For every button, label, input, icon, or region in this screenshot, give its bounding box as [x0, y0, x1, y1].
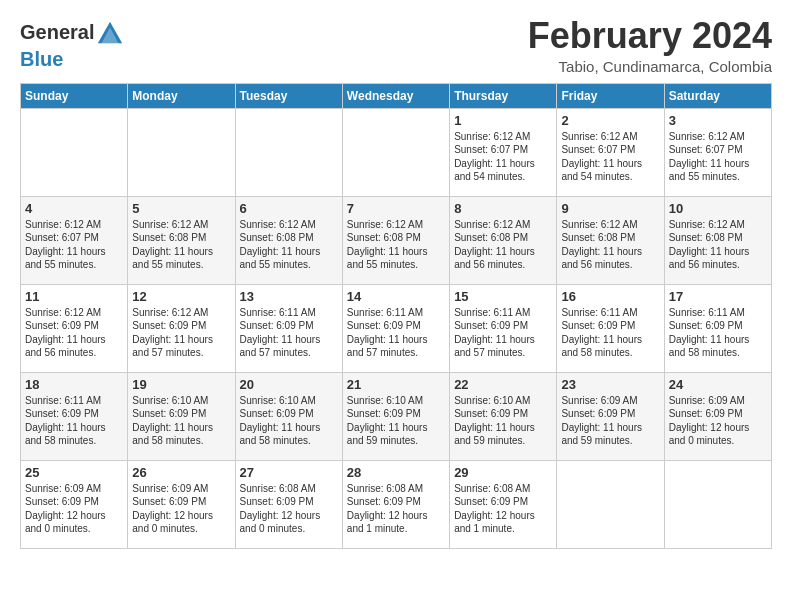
table-row: 23Sunrise: 6:09 AMSunset: 6:09 PMDayligh… [557, 372, 664, 460]
table-row: 10Sunrise: 6:12 AMSunset: 6:08 PMDayligh… [664, 196, 771, 284]
table-row [235, 108, 342, 196]
table-row: 20Sunrise: 6:10 AMSunset: 6:09 PMDayligh… [235, 372, 342, 460]
table-row: 24Sunrise: 6:09 AMSunset: 6:09 PMDayligh… [664, 372, 771, 460]
cell-day-number: 13 [240, 289, 338, 304]
cell-info: Sunrise: 6:12 AMSunset: 6:08 PMDaylight:… [347, 218, 445, 272]
table-row: 4Sunrise: 6:12 AMSunset: 6:07 PMDaylight… [21, 196, 128, 284]
week-row-4: 25Sunrise: 6:09 AMSunset: 6:09 PMDayligh… [21, 460, 772, 548]
cell-info: Sunrise: 6:10 AMSunset: 6:09 PMDaylight:… [347, 394, 445, 448]
table-row: 15Sunrise: 6:11 AMSunset: 6:09 PMDayligh… [450, 284, 557, 372]
cell-info: Sunrise: 6:10 AMSunset: 6:09 PMDaylight:… [132, 394, 230, 448]
table-row: 28Sunrise: 6:08 AMSunset: 6:09 PMDayligh… [342, 460, 449, 548]
cell-day-number: 14 [347, 289, 445, 304]
cell-info: Sunrise: 6:08 AMSunset: 6:09 PMDaylight:… [454, 482, 552, 536]
col-thursday: Thursday [450, 83, 557, 108]
cell-day-number: 11 [25, 289, 123, 304]
cell-day-number: 23 [561, 377, 659, 392]
logo: General Blue [20, 20, 124, 70]
cell-info: Sunrise: 6:12 AMSunset: 6:07 PMDaylight:… [561, 130, 659, 184]
cell-day-number: 29 [454, 465, 552, 480]
cell-info: Sunrise: 6:11 AMSunset: 6:09 PMDaylight:… [240, 306, 338, 360]
cell-day-number: 5 [132, 201, 230, 216]
table-row: 11Sunrise: 6:12 AMSunset: 6:09 PMDayligh… [21, 284, 128, 372]
table-row [664, 460, 771, 548]
cell-day-number: 20 [240, 377, 338, 392]
cell-day-number: 10 [669, 201, 767, 216]
col-friday: Friday [557, 83, 664, 108]
cell-info: Sunrise: 6:12 AMSunset: 6:08 PMDaylight:… [240, 218, 338, 272]
cell-info: Sunrise: 6:12 AMSunset: 6:08 PMDaylight:… [454, 218, 552, 272]
week-row-1: 4Sunrise: 6:12 AMSunset: 6:07 PMDaylight… [21, 196, 772, 284]
week-row-0: 1Sunrise: 6:12 AMSunset: 6:07 PMDaylight… [21, 108, 772, 196]
table-row: 14Sunrise: 6:11 AMSunset: 6:09 PMDayligh… [342, 284, 449, 372]
cell-day-number: 9 [561, 201, 659, 216]
table-row: 17Sunrise: 6:11 AMSunset: 6:09 PMDayligh… [664, 284, 771, 372]
table-row: 21Sunrise: 6:10 AMSunset: 6:09 PMDayligh… [342, 372, 449, 460]
header: General Blue February 2024 Tabio, Cundin… [20, 16, 772, 75]
cell-info: Sunrise: 6:10 AMSunset: 6:09 PMDaylight:… [454, 394, 552, 448]
table-row: 22Sunrise: 6:10 AMSunset: 6:09 PMDayligh… [450, 372, 557, 460]
header-row: Sunday Monday Tuesday Wednesday Thursday… [21, 83, 772, 108]
table-row [21, 108, 128, 196]
cell-info: Sunrise: 6:12 AMSunset: 6:08 PMDaylight:… [561, 218, 659, 272]
cell-info: Sunrise: 6:11 AMSunset: 6:09 PMDaylight:… [561, 306, 659, 360]
cell-day-number: 18 [25, 377, 123, 392]
cell-info: Sunrise: 6:09 AMSunset: 6:09 PMDaylight:… [561, 394, 659, 448]
table-row: 7Sunrise: 6:12 AMSunset: 6:08 PMDaylight… [342, 196, 449, 284]
table-row: 1Sunrise: 6:12 AMSunset: 6:07 PMDaylight… [450, 108, 557, 196]
cell-info: Sunrise: 6:12 AMSunset: 6:09 PMDaylight:… [25, 306, 123, 360]
table-row: 13Sunrise: 6:11 AMSunset: 6:09 PMDayligh… [235, 284, 342, 372]
cell-info: Sunrise: 6:12 AMSunset: 6:09 PMDaylight:… [132, 306, 230, 360]
cell-info: Sunrise: 6:09 AMSunset: 6:09 PMDaylight:… [132, 482, 230, 536]
table-row [128, 108, 235, 196]
table-row: 19Sunrise: 6:10 AMSunset: 6:09 PMDayligh… [128, 372, 235, 460]
cell-day-number: 24 [669, 377, 767, 392]
table-row: 2Sunrise: 6:12 AMSunset: 6:07 PMDaylight… [557, 108, 664, 196]
table-row: 5Sunrise: 6:12 AMSunset: 6:08 PMDaylight… [128, 196, 235, 284]
cell-info: Sunrise: 6:10 AMSunset: 6:09 PMDaylight:… [240, 394, 338, 448]
table-row: 6Sunrise: 6:12 AMSunset: 6:08 PMDaylight… [235, 196, 342, 284]
cell-day-number: 2 [561, 113, 659, 128]
location: Tabio, Cundinamarca, Colombia [528, 58, 772, 75]
cell-day-number: 22 [454, 377, 552, 392]
table-row: 16Sunrise: 6:11 AMSunset: 6:09 PMDayligh… [557, 284, 664, 372]
cell-info: Sunrise: 6:12 AMSunset: 6:08 PMDaylight:… [669, 218, 767, 272]
cell-info: Sunrise: 6:12 AMSunset: 6:07 PMDaylight:… [669, 130, 767, 184]
cell-day-number: 15 [454, 289, 552, 304]
logo-general: General [20, 21, 94, 43]
table-row: 27Sunrise: 6:08 AMSunset: 6:09 PMDayligh… [235, 460, 342, 548]
month-title: February 2024 [528, 16, 772, 56]
cell-day-number: 27 [240, 465, 338, 480]
cell-day-number: 17 [669, 289, 767, 304]
table-row [557, 460, 664, 548]
cell-info: Sunrise: 6:11 AMSunset: 6:09 PMDaylight:… [25, 394, 123, 448]
cell-info: Sunrise: 6:12 AMSunset: 6:07 PMDaylight:… [454, 130, 552, 184]
cell-day-number: 7 [347, 201, 445, 216]
cell-info: Sunrise: 6:12 AMSunset: 6:07 PMDaylight:… [25, 218, 123, 272]
cell-info: Sunrise: 6:12 AMSunset: 6:08 PMDaylight:… [132, 218, 230, 272]
cell-info: Sunrise: 6:11 AMSunset: 6:09 PMDaylight:… [347, 306, 445, 360]
cell-info: Sunrise: 6:11 AMSunset: 6:09 PMDaylight:… [454, 306, 552, 360]
cell-day-number: 12 [132, 289, 230, 304]
week-row-3: 18Sunrise: 6:11 AMSunset: 6:09 PMDayligh… [21, 372, 772, 460]
col-tuesday: Tuesday [235, 83, 342, 108]
cell-day-number: 26 [132, 465, 230, 480]
col-sunday: Sunday [21, 83, 128, 108]
cell-day-number: 6 [240, 201, 338, 216]
table-row: 25Sunrise: 6:09 AMSunset: 6:09 PMDayligh… [21, 460, 128, 548]
table-row: 29Sunrise: 6:08 AMSunset: 6:09 PMDayligh… [450, 460, 557, 548]
cell-day-number: 3 [669, 113, 767, 128]
table-row: 12Sunrise: 6:12 AMSunset: 6:09 PMDayligh… [128, 284, 235, 372]
table-row [342, 108, 449, 196]
col-wednesday: Wednesday [342, 83, 449, 108]
calendar-table: Sunday Monday Tuesday Wednesday Thursday… [20, 83, 772, 549]
table-row: 8Sunrise: 6:12 AMSunset: 6:08 PMDaylight… [450, 196, 557, 284]
cell-info: Sunrise: 6:11 AMSunset: 6:09 PMDaylight:… [669, 306, 767, 360]
cell-day-number: 28 [347, 465, 445, 480]
cell-info: Sunrise: 6:08 AMSunset: 6:09 PMDaylight:… [240, 482, 338, 536]
table-row: 26Sunrise: 6:09 AMSunset: 6:09 PMDayligh… [128, 460, 235, 548]
table-row: 18Sunrise: 6:11 AMSunset: 6:09 PMDayligh… [21, 372, 128, 460]
col-saturday: Saturday [664, 83, 771, 108]
cell-day-number: 19 [132, 377, 230, 392]
cell-info: Sunrise: 6:08 AMSunset: 6:09 PMDaylight:… [347, 482, 445, 536]
